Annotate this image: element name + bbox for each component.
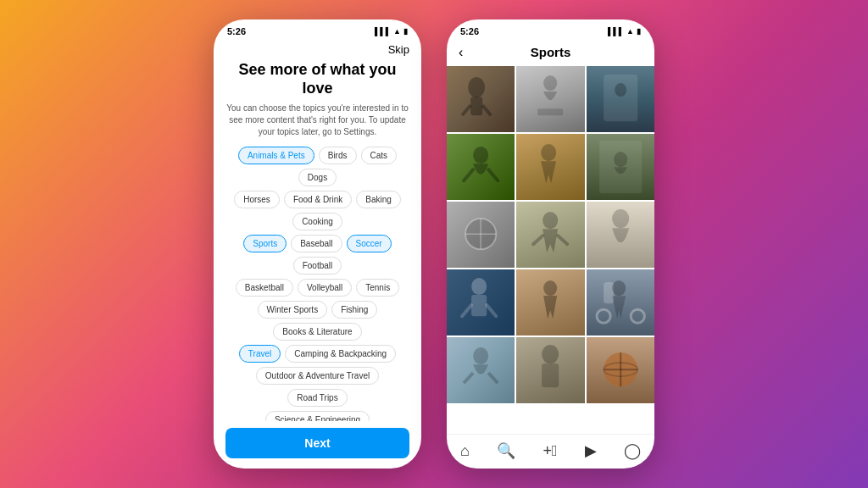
battery-icon: ▮ — [403, 27, 408, 36]
status-time-2: 5:26 — [460, 26, 479, 36]
tag-row-8: Science & Engineering Computer Science — [225, 411, 409, 421]
nav-create-icon[interactable]: +⃝ — [542, 442, 557, 460]
tag-birds[interactable]: Birds — [319, 147, 357, 164]
svg-point-27 — [597, 309, 610, 323]
tag-fishing[interactable]: Fishing — [331, 301, 377, 319]
svg-point-30 — [473, 347, 488, 364]
tag-animals-pets[interactable]: Animals & Pets — [238, 147, 314, 164]
svg-point-20 — [612, 209, 629, 228]
tag-travel[interactable]: Travel — [239, 345, 281, 363]
nav-search-icon[interactable]: 🔍 — [497, 441, 515, 460]
svg-point-0 — [468, 77, 485, 97]
svg-point-8 — [473, 147, 488, 164]
grid-cell-5[interactable] — [516, 134, 584, 200]
signal-icon-2: ▌▌▌ — [608, 27, 624, 36]
nav-home-icon[interactable]: ⌂ — [460, 442, 470, 460]
tag-horses[interactable]: Horses — [234, 191, 280, 208]
next-button[interactable]: Next — [225, 428, 409, 458]
grid-cell-9[interactable] — [587, 202, 654, 268]
svg-point-25 — [543, 280, 557, 296]
tag-camping-backpacking[interactable]: Camping & Backpacking — [285, 345, 396, 363]
status-time-1: 5:26 — [227, 26, 246, 36]
svg-rect-22 — [471, 295, 487, 316]
tags-area: Animals & Pets Birds Cats Dogs Horses Fo… — [225, 147, 409, 421]
tag-tennis[interactable]: Tennis — [356, 279, 399, 297]
svg-rect-6 — [604, 75, 637, 121]
svg-line-10 — [488, 169, 498, 180]
tag-sports[interactable]: Sports — [243, 235, 287, 252]
tag-cooking[interactable]: Cooking — [292, 213, 342, 230]
tag-basketball[interactable]: Basketball — [236, 279, 293, 297]
grid-cell-11[interactable] — [516, 269, 584, 336]
grid-cell-6[interactable] — [587, 134, 654, 200]
status-icons-2: ▌▌▌ ▲ ▮ — [608, 27, 641, 36]
grid-cell-12[interactable] — [587, 269, 654, 336]
svg-point-21 — [471, 278, 487, 295]
tag-row-4: Basketball Volleyball Tennis — [225, 279, 409, 297]
tag-row-6: Travel Camping & Backpacking — [225, 345, 409, 363]
grid-cell-13[interactable] — [447, 337, 515, 403]
skip-row: Skip — [225, 40, 409, 61]
tag-dogs[interactable]: Dogs — [298, 169, 337, 186]
tag-outdoor-adventure[interactable]: Outdoor & Adventure Travel — [256, 367, 379, 385]
status-bar-1: 5:26 ▌▌▌ ▲ ▮ — [214, 19, 421, 40]
svg-point-4 — [543, 75, 557, 91]
nav-profile-icon[interactable]: ◯ — [624, 441, 641, 460]
svg-point-28 — [631, 309, 644, 323]
svg-point-29 — [612, 280, 626, 296]
tag-row-2: Horses Food & Drink Baking Cooking — [225, 191, 409, 230]
phone-1: 5:26 ▌▌▌ ▲ ▮ Skip See more of what you l… — [214, 19, 421, 469]
tag-row-3: Sports Baseball Soccer Football — [225, 235, 409, 274]
nav-reels-icon[interactable]: ▶ — [585, 441, 597, 460]
grid-cell-1[interactable] — [447, 66, 515, 132]
tag-books-literature[interactable]: Books & Literature — [273, 323, 361, 341]
svg-rect-1 — [470, 97, 482, 115]
tag-baseball[interactable]: Baseball — [291, 235, 342, 252]
svg-point-33 — [542, 345, 559, 363]
signal-icon: ▌▌▌ — [375, 27, 391, 36]
skip-button[interactable]: Skip — [388, 43, 409, 56]
tag-winter-sports[interactable]: Winter Sports — [258, 301, 328, 319]
grid-cell-3[interactable] — [587, 66, 654, 132]
svg-line-2 — [462, 105, 470, 115]
tag-cats[interactable]: Cats — [361, 147, 398, 164]
svg-point-7 — [615, 83, 626, 97]
tag-volleyball[interactable]: Volleyball — [298, 279, 352, 297]
grid-cell-10[interactable] — [447, 269, 515, 336]
svg-point-13 — [614, 152, 627, 167]
grid-cell-4[interactable] — [447, 134, 515, 200]
svg-line-32 — [488, 373, 498, 383]
next-btn-wrap: Next — [225, 421, 409, 469]
tag-baking[interactable]: Baking — [356, 191, 401, 208]
wifi-icon-2: ▲ — [626, 27, 634, 36]
svg-rect-5 — [537, 108, 563, 115]
tag-food-drink[interactable]: Food & Drink — [284, 191, 352, 208]
svg-rect-26 — [604, 282, 614, 303]
bottom-nav: ⌂ 🔍 +⃝ ▶ ◯ — [447, 434, 654, 469]
tag-football[interactable]: Football — [293, 257, 342, 274]
phone-2: 5:26 ▌▌▌ ▲ ▮ ‹ Sports — [447, 19, 654, 469]
phone2-page-title: Sports — [531, 45, 571, 59]
photo-grid — [447, 66, 654, 434]
svg-point-17 — [542, 212, 558, 229]
grid-cell-7[interactable] — [447, 202, 515, 268]
svg-line-24 — [487, 305, 496, 316]
svg-line-9 — [464, 169, 473, 180]
tag-road-trips[interactable]: Road Trips — [287, 389, 347, 407]
grid-cell-14[interactable] — [516, 337, 584, 403]
svg-point-11 — [541, 144, 556, 161]
battery-icon-2: ▮ — [637, 27, 641, 36]
svg-line-3 — [482, 105, 491, 115]
tag-science-engineering[interactable]: Science & Engineering — [265, 411, 370, 421]
svg-line-23 — [462, 305, 471, 316]
phone1-content: Skip See more of what you love You can c… — [214, 40, 421, 469]
tag-row-5: Winter Sports Fishing Books & Literature — [225, 301, 409, 341]
back-button[interactable]: ‹ — [459, 45, 463, 60]
phone2-header: ‹ Sports — [447, 40, 654, 66]
grid-cell-2[interactable] — [516, 66, 584, 132]
status-bar-2: 5:26 ▌▌▌ ▲ ▮ — [447, 19, 654, 40]
grid-cell-15[interactable] — [587, 337, 654, 403]
grid-cell-8[interactable] — [516, 202, 584, 268]
tag-soccer[interactable]: Soccer — [347, 235, 392, 252]
svg-line-31 — [464, 373, 473, 383]
